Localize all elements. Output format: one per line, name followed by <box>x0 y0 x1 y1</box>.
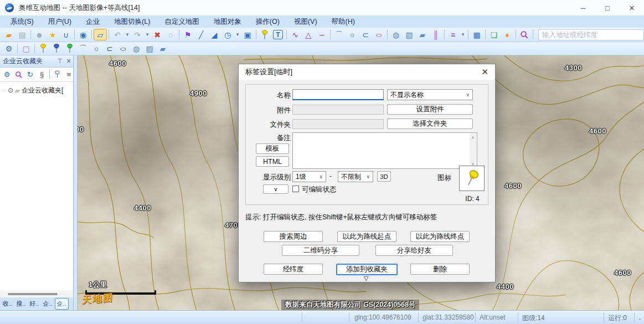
panel-splitter[interactable] <box>74 55 78 310</box>
tab-friends[interactable]: 好.. <box>28 299 40 309</box>
pin-blue-icon[interactable] <box>50 43 63 54</box>
menu-map-switch[interactable]: 地图切换(L) <box>107 16 157 28</box>
delete-object-icon[interactable]: ✖ <box>151 29 164 40</box>
sidebar-list-icon[interactable]: ≡ <box>63 69 75 80</box>
track-route-icon[interactable]: ∪ <box>59 29 73 40</box>
pushpin-icon[interactable] <box>258 29 271 40</box>
maximize-button[interactable]: □ <box>595 0 620 16</box>
route-end-button[interactable]: 以此为路线终点 <box>410 231 470 242</box>
display-name-select[interactable]: 不显示名称 ∨ <box>387 89 473 100</box>
save-icon[interactable]: ▤ <box>16 29 29 40</box>
menu-enterprise[interactable]: 企业 <box>79 16 107 28</box>
add-favorite-button[interactable]: 添加到收藏夹 <box>336 264 398 275</box>
sidebar-pin-icon[interactable] <box>51 69 63 80</box>
polygon-icon[interactable]: ▰ <box>416 29 429 40</box>
undo-icon[interactable]: ↶ <box>111 29 124 40</box>
ellipse-shape-icon[interactable]: ○ <box>372 29 385 40</box>
filled-circle-icon[interactable]: ◍ <box>130 43 143 54</box>
dialog-titlebar[interactable]: 标签设置[临时] ✕ <box>239 64 495 80</box>
scroll-up-icon[interactable]: ▲ <box>471 135 475 140</box>
timer-dropdown-icon[interactable]: ▾ <box>234 29 241 40</box>
menu-custom-map[interactable]: 自定义地图 <box>157 16 207 28</box>
curve-icon[interactable]: ∽ <box>315 29 328 40</box>
marker-icon-button[interactable] <box>459 166 485 191</box>
filled-circle-icon[interactable]: ◍ <box>389 29 403 40</box>
pin-yellow-icon[interactable] <box>37 43 50 54</box>
menu-operation[interactable]: 操作(O) <box>249 16 287 28</box>
arc-icon[interactable]: ⌒ <box>332 29 346 40</box>
filled-rect-icon[interactable]: ▨ <box>403 29 416 40</box>
tab-favorites[interactable]: 收.. <box>1 299 14 309</box>
menu-help[interactable]: 帮助(H) <box>324 16 362 28</box>
pin-panel-icon[interactable]: ⊤ <box>55 58 64 65</box>
delete-button[interactable]: 删除 <box>410 264 470 275</box>
dialog-expand-icon[interactable]: ▽ <box>364 275 368 282</box>
route-start-button[interactable]: 以此为路线起点 <box>337 231 396 242</box>
level-from-select[interactable]: 1级 ∨ <box>292 171 326 182</box>
pin-green-icon[interactable] <box>63 43 76 54</box>
html-button[interactable]: HTML <box>256 156 289 167</box>
expand-more-button[interactable]: ∨ <box>263 184 288 194</box>
measure-area-icon[interactable]: ◢ <box>208 29 221 40</box>
polygon-icon[interactable]: ▰ <box>156 43 169 54</box>
adjust-object-icon[interactable]: ▱ <box>94 29 107 40</box>
sidebar-search-icon[interactable] <box>13 69 24 80</box>
settings-gear-icon[interactable]: ⚙ <box>2 43 16 54</box>
timer-icon[interactable]: ◷ <box>221 29 234 40</box>
ellipse-shape-icon[interactable]: ○ <box>116 43 130 54</box>
open-folder-icon[interactable]: ▰ <box>2 29 16 40</box>
split-bars-icon[interactable]: ║ <box>429 29 442 40</box>
measure-distance-icon[interactable]: ╱ <box>194 29 208 40</box>
editable-checkbox[interactable] <box>292 186 299 192</box>
text-label-icon[interactable]: T <box>271 29 285 40</box>
triangle-shape-icon[interactable]: △ <box>302 29 315 40</box>
polyline-icon[interactable]: ∿ <box>288 29 302 40</box>
qr-share-button[interactable]: 二维码分享 <box>282 245 359 256</box>
circle-shape-icon[interactable]: ○ <box>346 29 359 40</box>
filled-rect-icon[interactable]: ▨ <box>143 43 156 54</box>
visibility-eye-icon[interactable]: ⊙ <box>8 86 13 94</box>
menu-system[interactable]: 系统(S) <box>3 16 41 28</box>
data-table-icon[interactable]: ▦ <box>470 29 483 40</box>
friends-icon[interactable]: ☻ <box>33 29 46 40</box>
hscrollbar-thumb[interactable] <box>8 293 58 295</box>
share-friend-button[interactable]: 分享给好友 <box>375 245 453 256</box>
arc-icon[interactable]: ⌒ <box>76 43 90 54</box>
dialog-close-icon[interactable]: ✕ <box>481 67 488 77</box>
message-icon[interactable]: ❏ <box>487 29 501 40</box>
vip-icon[interactable]: ♦ <box>501 29 514 40</box>
tab-enterprise[interactable]: 企.. <box>41 299 54 309</box>
sidebar-attachment-icon[interactable]: § <box>36 69 48 80</box>
name-input[interactable] <box>292 89 384 100</box>
open-arc-icon[interactable]: ⊂ <box>103 43 116 54</box>
open-arc-icon[interactable]: ⊂ <box>359 29 372 40</box>
lasso-select-icon[interactable]: ◌ <box>164 29 177 40</box>
new-doc-icon[interactable]: ▢ <box>19 43 33 54</box>
placemark-icon[interactable]: ⚑ <box>181 29 194 40</box>
sidebar-refresh-icon[interactable]: ↻ <box>24 69 36 80</box>
undo-dropdown-icon[interactable]: ▾ <box>124 29 131 40</box>
menu-user[interactable]: 用户(U) <box>41 16 79 28</box>
search-nearby-button[interactable]: 搜索周边 <box>264 231 323 242</box>
set-attachment-button[interactable]: 设置附件 <box>387 104 473 115</box>
close-button[interactable]: ✕ <box>620 0 644 16</box>
search-icon[interactable] <box>518 29 531 40</box>
object-list-dropdown-icon[interactable]: ▾ <box>460 29 466 40</box>
map-3d-icon[interactable]: ◉ <box>76 29 90 40</box>
template-button[interactable]: 模板 <box>256 143 289 154</box>
camera-icon[interactable]: ▣ <box>241 29 254 40</box>
tab-enterprise-cloud[interactable]: 企.. <box>55 298 69 310</box>
minimize-button[interactable]: ─ <box>571 0 595 16</box>
favorites-star-icon[interactable]: ★ <box>46 29 59 40</box>
close-panel-icon[interactable]: ✕ <box>64 58 73 65</box>
tab-search[interactable]: 搜.. <box>14 299 27 309</box>
menu-map-objects[interactable]: 地图对象 <box>207 16 249 28</box>
textarea-scrollbar[interactable]: ▲ ▼ <box>470 133 476 168</box>
sidebar-settings-icon[interactable]: ⚙ <box>1 69 13 80</box>
latlng-button[interactable]: 经纬度 <box>264 264 323 275</box>
object-list-icon[interactable]: ≡ <box>446 29 460 40</box>
redo-dropdown-icon[interactable]: ▾ <box>144 29 151 40</box>
select-folder-button[interactable]: 选择文件夹 <box>387 119 473 129</box>
3d-button[interactable]: 3D <box>377 171 391 182</box>
note-textarea[interactable]: ▲ ▼ <box>292 132 477 169</box>
